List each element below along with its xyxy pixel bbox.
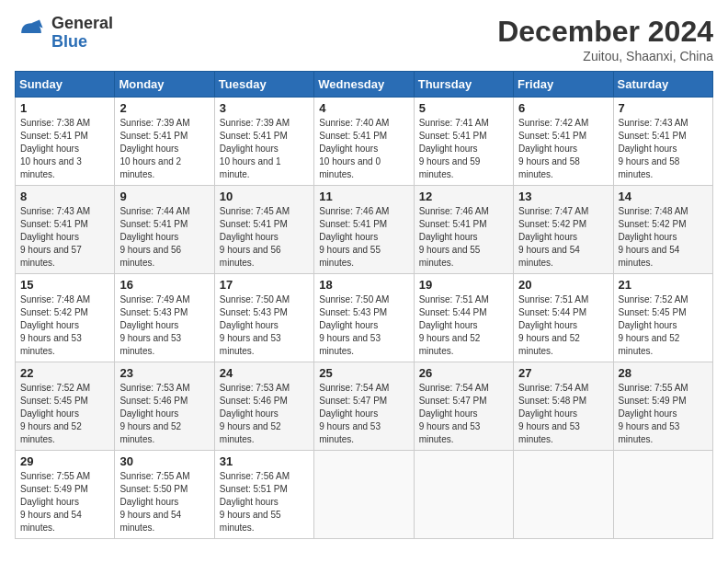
title-block: December 2024 Zuitou, Shaanxi, China [497,15,713,63]
day-number: 26 [419,366,508,380]
calendar-cell: 25Sunrise: 7:54 AMSunset: 5:47 PMDayligh… [314,362,414,451]
logo-general: General [51,15,113,33]
day-number: 23 [119,366,209,380]
day-info: Sunrise: 7:43 AMSunset: 5:41 PMDaylight … [619,117,708,181]
day-info: Sunrise: 7:38 AMSunset: 5:41 PMDaylight … [20,117,109,181]
day-number: 14 [619,190,708,203]
calendar-cell [613,451,712,539]
day-number: 31 [220,454,309,468]
calendar-cell: 27Sunrise: 7:54 AMSunset: 5:48 PMDayligh… [514,362,613,451]
calendar-week-row: 15Sunrise: 7:48 AMSunset: 5:42 PMDayligh… [16,274,713,362]
weekday-header: Sunday [16,72,115,98]
day-number: 22 [20,366,109,380]
calendar-week-row: 8Sunrise: 7:43 AMSunset: 5:41 PMDaylight… [16,186,713,274]
calendar-cell: 30Sunrise: 7:55 AMSunset: 5:50 PMDayligh… [115,451,214,539]
day-info: Sunrise: 7:53 AMSunset: 5:46 PMDaylight … [220,382,309,446]
day-number: 3 [220,101,309,115]
day-number: 20 [518,278,608,292]
day-info: Sunrise: 7:41 AMSunset: 5:41 PMDaylight … [419,117,508,181]
day-info: Sunrise: 7:40 AMSunset: 5:41 PMDaylight … [319,117,408,181]
day-number: 12 [419,190,508,203]
weekday-header: Thursday [414,72,513,98]
day-number: 1 [20,101,109,115]
calendar-week-row: 1Sunrise: 7:38 AMSunset: 5:41 PMDaylight… [16,98,713,186]
calendar-week-row: 29Sunrise: 7:55 AMSunset: 5:49 PMDayligh… [16,451,713,539]
calendar-cell: 2Sunrise: 7:39 AMSunset: 5:41 PMDaylight… [115,98,214,186]
day-number: 15 [20,278,109,292]
calendar-cell: 1Sunrise: 7:38 AMSunset: 5:41 PMDaylight… [16,98,115,186]
weekday-header: Tuesday [214,72,313,98]
calendar-week-row: 22Sunrise: 7:52 AMSunset: 5:45 PMDayligh… [16,362,713,451]
calendar-cell: 31Sunrise: 7:56 AMSunset: 5:51 PMDayligh… [214,451,313,539]
day-info: Sunrise: 7:43 AMSunset: 5:41 PMDaylight … [20,205,109,270]
logo: General Blue [15,15,113,52]
day-number: 16 [119,278,209,292]
calendar-cell: 29Sunrise: 7:55 AMSunset: 5:49 PMDayligh… [16,451,115,539]
day-number: 29 [20,454,109,468]
weekday-header: Monday [115,72,214,98]
day-info: Sunrise: 7:46 AMSunset: 5:41 PMDaylight … [419,205,508,270]
day-info: Sunrise: 7:39 AMSunset: 5:41 PMDaylight … [220,117,309,181]
calendar-cell [514,451,613,539]
weekday-header: Wednesday [314,72,414,98]
day-info: Sunrise: 7:54 AMSunset: 5:47 PMDaylight … [319,382,408,446]
day-number: 17 [220,278,309,292]
day-number: 8 [20,190,109,203]
day-number: 27 [518,366,608,380]
logo-text: General Blue [51,15,113,52]
day-info: Sunrise: 7:48 AMSunset: 5:42 PMDaylight … [619,205,708,270]
day-number: 6 [518,101,608,115]
calendar-cell: 17Sunrise: 7:50 AMSunset: 5:43 PMDayligh… [214,274,313,362]
calendar-cell: 26Sunrise: 7:54 AMSunset: 5:47 PMDayligh… [414,362,513,451]
calendar-cell: 14Sunrise: 7:48 AMSunset: 5:42 PMDayligh… [613,186,712,274]
calendar-cell: 21Sunrise: 7:52 AMSunset: 5:45 PMDayligh… [613,274,712,362]
day-info: Sunrise: 7:55 AMSunset: 5:49 PMDaylight … [20,470,109,534]
weekday-header-row: SundayMondayTuesdayWednesdayThursdayFrid… [16,72,713,98]
day-info: Sunrise: 7:55 AMSunset: 5:50 PMDaylight … [119,470,209,534]
day-info: Sunrise: 7:54 AMSunset: 5:47 PMDaylight … [419,382,508,446]
calendar-cell: 16Sunrise: 7:49 AMSunset: 5:43 PMDayligh… [115,274,214,362]
calendar-cell: 3Sunrise: 7:39 AMSunset: 5:41 PMDaylight… [214,98,313,186]
day-info: Sunrise: 7:50 AMSunset: 5:43 PMDaylight … [220,293,309,358]
calendar-cell: 7Sunrise: 7:43 AMSunset: 5:41 PMDaylight… [613,98,712,186]
day-info: Sunrise: 7:56 AMSunset: 5:51 PMDaylight … [220,470,309,534]
day-number: 28 [619,366,708,380]
day-info: Sunrise: 7:44 AMSunset: 5:41 PMDaylight … [119,205,209,270]
weekday-header: Friday [514,72,613,98]
logo-icon [15,17,48,50]
calendar-cell: 23Sunrise: 7:53 AMSunset: 5:46 PMDayligh… [115,362,214,451]
calendar-cell: 15Sunrise: 7:48 AMSunset: 5:42 PMDayligh… [16,274,115,362]
day-info: Sunrise: 7:51 AMSunset: 5:44 PMDaylight … [518,293,608,358]
page-header: General Blue December 2024 Zuitou, Shaan… [15,15,713,63]
day-number: 5 [419,101,508,115]
day-info: Sunrise: 7:47 AMSunset: 5:42 PMDaylight … [518,205,608,270]
calendar-cell: 28Sunrise: 7:55 AMSunset: 5:49 PMDayligh… [613,362,712,451]
day-number: 7 [619,101,708,115]
calendar-cell: 11Sunrise: 7:46 AMSunset: 5:41 PMDayligh… [314,186,414,274]
day-number: 2 [119,101,209,115]
day-info: Sunrise: 7:46 AMSunset: 5:41 PMDaylight … [319,205,408,270]
day-number: 30 [119,454,209,468]
day-info: Sunrise: 7:51 AMSunset: 5:44 PMDaylight … [419,293,508,358]
calendar-cell: 6Sunrise: 7:42 AMSunset: 5:41 PMDaylight… [514,98,613,186]
day-number: 19 [419,278,508,292]
calendar-cell: 19Sunrise: 7:51 AMSunset: 5:44 PMDayligh… [414,274,513,362]
day-number: 9 [119,190,209,203]
calendar-cell [314,451,414,539]
weekday-header: Saturday [613,72,712,98]
calendar-cell: 22Sunrise: 7:52 AMSunset: 5:45 PMDayligh… [16,362,115,451]
day-number: 13 [518,190,608,203]
calendar-cell: 4Sunrise: 7:40 AMSunset: 5:41 PMDaylight… [314,98,414,186]
day-number: 21 [619,278,708,292]
day-info: Sunrise: 7:55 AMSunset: 5:49 PMDaylight … [619,382,708,446]
day-number: 24 [220,366,309,380]
day-number: 4 [319,101,408,115]
calendar-cell [414,451,513,539]
day-number: 18 [319,278,408,292]
logo-blue: Blue [51,33,113,52]
calendar-cell: 13Sunrise: 7:47 AMSunset: 5:42 PMDayligh… [514,186,613,274]
calendar-cell: 10Sunrise: 7:45 AMSunset: 5:41 PMDayligh… [214,186,313,274]
month-title: December 2024 [497,15,713,49]
day-info: Sunrise: 7:53 AMSunset: 5:46 PMDaylight … [119,382,209,446]
calendar-cell: 12Sunrise: 7:46 AMSunset: 5:41 PMDayligh… [414,186,513,274]
